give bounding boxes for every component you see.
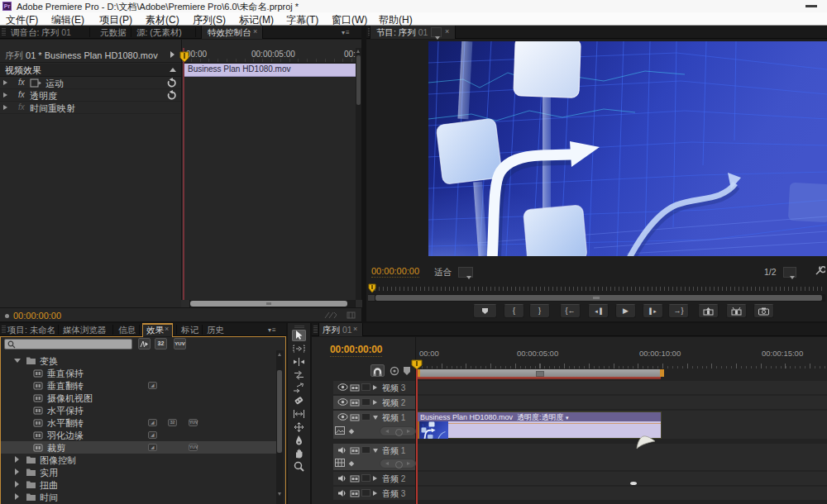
expand-icon[interactable]	[3, 93, 7, 97]
track-header-audio2[interactable]: 音频 2	[333, 472, 415, 485]
expand-track-icon[interactable]	[373, 400, 377, 405]
effect-row[interactable]: 羽化边缘 ◢	[1, 429, 276, 441]
program-timecode[interactable]: 00:00:00:00	[371, 266, 419, 278]
collapse-icon[interactable]	[14, 359, 21, 363]
keyframes-icon[interactable]	[347, 427, 356, 435]
zoom-dropdown-icon[interactable]	[783, 267, 796, 278]
tool-slip[interactable]	[292, 408, 306, 420]
timeline-playhead-icon[interactable]	[411, 359, 423, 370]
tab-source[interactable]: 源: (无素材)	[136, 27, 182, 39]
program-video-preview[interactable]	[428, 41, 827, 256]
ec-time-ruler[interactable]: 00:00 00:00:05:00 00:0	[182, 48, 356, 63]
folder-row[interactable]: 图像控制	[1, 454, 276, 466]
track-lock-toggle[interactable]	[361, 413, 370, 421]
play-audio-icon[interactable]	[324, 311, 337, 319]
extract-button[interactable]	[726, 304, 747, 318]
opacity-rubber-band[interactable]	[417, 423, 661, 424]
track-header-video1[interactable]: 视频 1	[333, 411, 415, 439]
speaker-icon[interactable]	[337, 489, 347, 497]
tab-metadata[interactable]: 元数据	[100, 27, 127, 39]
tab-sequence-label[interactable]: 序列 01	[323, 325, 352, 336]
export-frame-button[interactable]	[753, 304, 774, 318]
loop-icon[interactable]	[347, 311, 356, 319]
work-area-bar[interactable]	[416, 369, 664, 377]
expand-icon[interactable]	[15, 468, 19, 475]
sync-lock-icon[interactable]	[350, 413, 360, 421]
step-back-button[interactable]: ◂▐	[588, 304, 609, 318]
tool-pen[interactable]	[292, 435, 306, 446]
audio2-track-area[interactable]	[416, 472, 827, 485]
sync-lock-icon[interactable]	[350, 383, 360, 392]
expand-icon[interactable]	[15, 493, 19, 500]
program-mini-ruler[interactable]	[368, 283, 825, 293]
panel-gripper[interactable]	[2, 28, 6, 36]
track-lock-toggle[interactable]	[361, 489, 370, 497]
zoom-level-label[interactable]: 1/2	[764, 267, 777, 277]
fit-dropdown-icon[interactable]	[458, 267, 473, 278]
waveform-style-icon[interactable]	[335, 459, 346, 468]
mark-out-button[interactable]: }	[529, 304, 550, 318]
keyframe-nav-control[interactable]	[380, 426, 416, 436]
keyframes-icon[interactable]	[347, 459, 356, 468]
video2-track-area[interactable]	[416, 396, 827, 409]
display-style-icon[interactable]	[335, 426, 346, 435]
tab-program-label[interactable]: 节目: 序列 01	[376, 27, 428, 39]
tool-selection[interactable]	[292, 330, 306, 341]
track-header-audio1[interactable]: 音频 1	[333, 444, 415, 470]
timeline-playhead-line[interactable]	[416, 360, 418, 504]
tool-hand[interactable]	[292, 448, 306, 459]
goto-in-button[interactable]: {←	[560, 304, 581, 318]
sync-lock-icon[interactable]	[350, 489, 360, 497]
ec-row-opacity[interactable]: fx 透明度	[0, 89, 181, 102]
program-playhead-icon[interactable]	[368, 283, 376, 293]
track-header-audio3[interactable]: 音频 3	[333, 487, 415, 500]
expand-icon[interactable]	[3, 105, 7, 110]
ec-clip-bar[interactable]: Business Plan HD1080.mov	[184, 64, 356, 77]
ec-timecode[interactable]: 00:00:00:00	[13, 311, 61, 321]
track-lock-toggle[interactable]	[361, 398, 370, 406]
track-lock-toggle[interactable]	[361, 474, 370, 482]
tab-effect-controls-label[interactable]: 特效控制台	[208, 27, 251, 39]
effects-scrollbar[interactable]	[276, 350, 284, 504]
tab-close-icon[interactable]: ×	[253, 27, 257, 36]
panel-gripper[interactable]	[2, 326, 6, 334]
sync-lock-icon[interactable]	[350, 474, 360, 483]
sync-lock-icon[interactable]	[350, 446, 360, 454]
tab-close-icon[interactable]: ×	[353, 325, 357, 333]
tab-close-icon[interactable]: ×	[165, 325, 169, 333]
toggle-output-eye-icon[interactable]	[337, 413, 348, 421]
track-header-video2[interactable]: 视频 2	[333, 396, 415, 409]
expand-icon[interactable]	[3, 80, 7, 85]
effect-row-selected[interactable]: 裁剪 ◢ YUV	[1, 441, 276, 454]
sync-lock-icon[interactable]	[350, 398, 360, 407]
expand-icon[interactable]	[15, 456, 19, 463]
tab-effects-label[interactable]: 效果	[146, 325, 164, 336]
audio1-track-area[interactable]	[416, 444, 827, 470]
timeline-clip[interactable]: Business Plan HD1080.mov 透明度:透明度 ▾	[416, 411, 662, 439]
expand-track-icon[interactable]	[373, 385, 377, 390]
ec-row-motion[interactable]: fx 运动	[0, 77, 181, 89]
panel-menu-icon[interactable]: ▾≡	[268, 326, 277, 334]
program-scrollbar[interactable]	[368, 294, 825, 302]
snap-button[interactable]	[370, 364, 385, 377]
tool-rolling-edit[interactable]	[292, 369, 306, 381]
track-lock-toggle[interactable]	[361, 383, 370, 391]
folder-row[interactable]: 时间	[1, 491, 276, 503]
panel-menu-icon[interactable]: ▾≡	[342, 29, 351, 36]
toggle-output-eye-icon[interactable]	[337, 398, 348, 406]
filter-accelerated-button[interactable]	[138, 338, 151, 349]
tab-project[interactable]: 项目: 未命名	[7, 325, 55, 336]
ec-video-effects-section[interactable]: 视频效果	[0, 64, 181, 77]
folder-row[interactable]: 实用	[1, 466, 276, 478]
audio3-track-area[interactable]	[416, 487, 827, 500]
tab-close-icon[interactable]: ×	[445, 27, 449, 36]
tab-history[interactable]: 历史	[207, 325, 224, 336]
step-forward-button[interactable]: ▌▸	[643, 304, 663, 318]
toggle-output-eye-icon[interactable]	[337, 383, 348, 391]
goto-out-button[interactable]: →}	[668, 304, 689, 318]
tool-slide[interactable]	[292, 421, 306, 433]
ec-playhead-line[interactable]	[183, 48, 184, 300]
panel-gripper[interactable]	[313, 326, 318, 334]
tool-razor[interactable]	[292, 395, 306, 407]
track-header-video3[interactable]: 视频 3	[333, 381, 415, 394]
